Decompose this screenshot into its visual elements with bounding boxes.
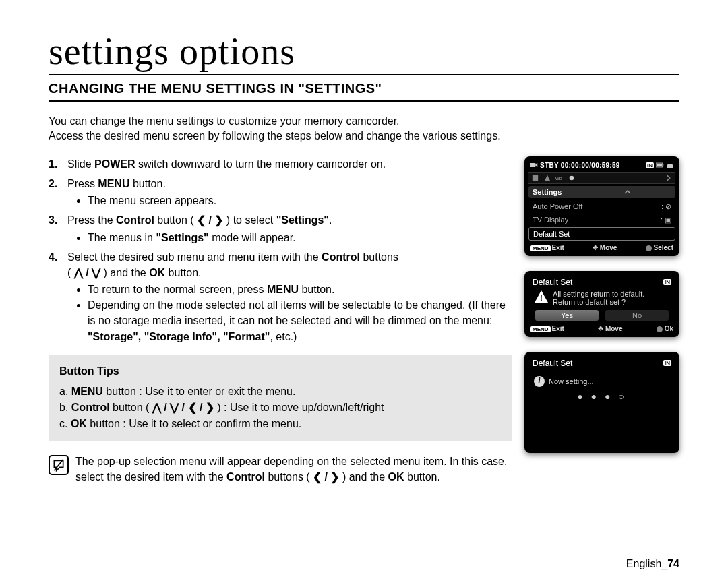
dot-icon (657, 326, 663, 332)
no-button[interactable]: No (605, 310, 669, 321)
status-stby: STBY 00:00:00/00:59:59 (540, 162, 620, 169)
lcd-settings-menu: STBY 00:00:00/00:59:59 IN WB Settings (524, 156, 679, 256)
intro-line-1: You can change the menu settings to cust… (49, 115, 400, 127)
chevron-up-icon (624, 189, 631, 195)
svg-rect-1 (530, 163, 536, 167)
page-subtitle: CHANGING THE MENU SETTINGS IN "SETTINGS" (49, 74, 679, 102)
note-text: The pop-up selection menu will appear de… (75, 454, 512, 485)
chevron-right-icon (665, 175, 673, 181)
no-entry-icon: : ⊘ (661, 202, 671, 211)
page-footer: English_74 (626, 558, 679, 570)
info-icon: i (534, 376, 545, 387)
exposure-icon (543, 175, 551, 181)
menu-pill: MENU (530, 245, 551, 251)
intro-line-2: Access the desired menu screen by follow… (49, 130, 501, 142)
svg-marker-2 (535, 163, 537, 167)
dot-icon (646, 245, 652, 251)
step-1: 1. Slide POWER switch downward to turn t… (49, 156, 512, 172)
in-badge: IN (663, 279, 671, 285)
tv-icon: : ▣ (661, 216, 671, 224)
tip-b: b. Control button ( ⋀ / ⋁ / ❮ / ❯ ) : Us… (59, 400, 502, 416)
lcd-now-setting: Default Set IN i Now setting... ● ● ● ○ (524, 352, 679, 453)
footer-page-num: 74 (667, 558, 679, 569)
warning-icon: ! (534, 290, 549, 303)
step-4: 4. Select the desired sub menu and menu … (49, 249, 512, 344)
steps-list: 1. Slide POWER switch downward to turn t… (49, 156, 512, 344)
lcd-default-set-confirm: Default Set IN ! All settings return to … (524, 271, 679, 337)
yes-button[interactable]: Yes (535, 310, 599, 321)
lcd2-line2: Return to default set ? (553, 298, 644, 306)
in-badge: IN (646, 162, 654, 168)
tip-c: c. OK button : Use it to select or confi… (59, 416, 502, 432)
step-4-sub-2: Depending on the mode selected not all i… (88, 297, 512, 344)
icon-strip: WB (528, 172, 675, 184)
hand-icon (666, 162, 674, 168)
gear-icon (568, 175, 576, 181)
step-2: 2. Press MENU button. The menu screen ap… (49, 176, 512, 208)
lcd3-title: Default Set (533, 359, 572, 368)
step-num: 3. (49, 212, 62, 245)
step-num: 1. (49, 156, 62, 172)
step-4-sub-1: To return to the normal screen, press ME… (88, 282, 512, 297)
battery-icon (656, 162, 664, 168)
left-right-icon: ❮ / ❯ (313, 471, 339, 483)
svg-rect-4 (663, 164, 664, 166)
move-icon: ✥ (593, 244, 600, 251)
svg-text:!: ! (540, 292, 543, 303)
page-title: settings options (49, 32, 679, 70)
intro-text: You can change the menu settings to cust… (49, 114, 669, 144)
lcd2-line1: All settings return to default. (553, 290, 644, 298)
move-icon: ✥ (598, 325, 605, 332)
svg-text:WB: WB (555, 176, 563, 180)
dpad-icon: ⋀ / ⋁ / ❮ / ❯ (152, 402, 214, 413)
hint-row: MENUExit ✥ Move Select (528, 241, 675, 252)
svg-point-8 (570, 175, 574, 180)
note-box: The pop-up selection menu will appear de… (49, 454, 512, 485)
svg-rect-5 (657, 164, 662, 167)
tips-title: Button Tips (59, 363, 502, 379)
menu-row-default-set: Default Set (528, 227, 675, 241)
note-icon (49, 455, 69, 475)
step-num: 4. (49, 249, 62, 344)
camera-icon (530, 162, 538, 168)
menu-row-auto-power-off: Auto Power Off : ⊘ (528, 200, 675, 213)
menu-pill: MENU (530, 326, 551, 332)
step-2-sub: The menu screen appears. (88, 193, 216, 208)
hint-row: MENUExit ✥ Move Ok (528, 322, 675, 333)
lcd-heading: Settings (528, 186, 675, 198)
lcd3-msg: Now setting... (549, 377, 594, 386)
step-3: 3. Press the Control button ( ❮ / ❯ ) to… (49, 212, 512, 245)
step-3-sub: The menus in "Settings" mode will appear… (88, 230, 332, 245)
up-down-icon: ⋀ / ⋁ (74, 267, 100, 278)
storage-icon (531, 175, 539, 181)
step-num: 2. (49, 176, 62, 208)
wb-icon: WB (555, 175, 564, 181)
left-right-icon: ❮ / ❯ (197, 214, 223, 226)
progress-dots: ● ● ● ○ (528, 387, 675, 408)
footer-lang: English (626, 558, 661, 569)
lcd2-title: Default Set (533, 278, 572, 287)
tip-a: a. MENU button : Use it to enter or exit… (59, 383, 502, 400)
svg-rect-6 (533, 175, 538, 181)
menu-row-tv-display: TV Display : ▣ (528, 214, 675, 226)
in-badge: IN (663, 360, 671, 366)
button-tips-box: Button Tips a. MENU button : Use it to e… (49, 355, 512, 441)
